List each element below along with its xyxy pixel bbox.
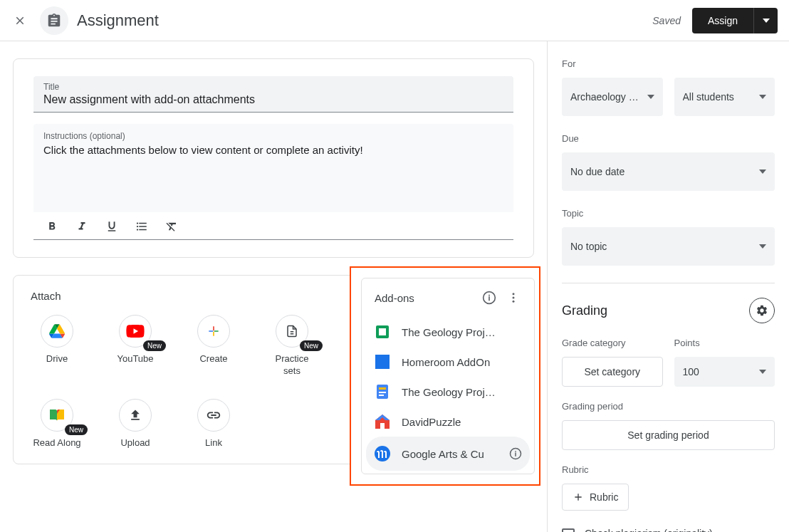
addon-icon: [375, 324, 390, 340]
caret-down-icon: [759, 169, 766, 174]
left-column: Title New assignment with add-on attachm…: [0, 41, 547, 532]
attach-practice-sets[interactable]: New Practice sets: [266, 315, 318, 377]
list-icon: [135, 220, 148, 233]
plagiarism-label: Check plagiarism (originality): [585, 528, 713, 532]
attach-label: Upload: [120, 437, 150, 449]
book-icon: [48, 408, 66, 422]
dropdown-value: All students: [683, 91, 734, 103]
close-icon: [14, 14, 26, 27]
bold-button[interactable]: [43, 218, 61, 235]
addon-icon: [375, 414, 390, 429]
dropdown-value: 100: [683, 366, 699, 377]
attach-grid: Drive New YouTube Create New Practic: [31, 315, 330, 449]
link-icon: [206, 411, 221, 419]
svg-point-0: [513, 293, 515, 295]
dropdown-value: Archaeology …: [570, 91, 639, 103]
caret-down-icon: [759, 244, 766, 249]
addons-more-button[interactable]: [501, 286, 526, 310]
saved-status: Saved: [652, 15, 681, 26]
attach-label: YouTube: [117, 353, 153, 365]
addons-heading: Add-ons: [375, 292, 477, 304]
class-dropdown[interactable]: Archaeology …: [562, 78, 663, 116]
addon-item[interactable]: The Geology Proj…: [362, 377, 534, 407]
svg-rect-5: [375, 355, 390, 369]
addon-name: Google Arts & Cu: [402, 448, 494, 460]
points-label: Points: [674, 338, 775, 348]
youtube-icon: [126, 325, 145, 338]
addon-name: The Geology Proj…: [402, 326, 526, 338]
dropdown-value: No topic: [570, 241, 607, 252]
instructions-value: Click the attachments below to view cont…: [43, 144, 503, 212]
gear-icon: [756, 304, 768, 317]
underline-button[interactable]: [103, 218, 120, 235]
set-category-button[interactable]: Set category: [562, 357, 663, 387]
assignment-details-card: Title New assignment with add-on attachm…: [13, 58, 534, 258]
attach-link[interactable]: Link: [187, 399, 240, 449]
due-date-dropdown[interactable]: No due date: [562, 152, 775, 191]
addon-name: The Geology Proj…: [402, 386, 526, 398]
caret-down-icon: [759, 370, 766, 374]
attach-label: Create: [199, 353, 227, 365]
right-sidebar: For Archaeology … All students Due No du…: [547, 41, 789, 532]
assign-button[interactable]: Assign: [692, 8, 753, 33]
plagiarism-checkbox[interactable]: [562, 528, 575, 532]
addons-header: Add-ons: [362, 278, 534, 314]
dropdown-value: No due date: [570, 166, 625, 177]
addon-item[interactable]: DavidPuzzle: [362, 407, 534, 437]
svg-point-1: [513, 297, 515, 299]
attach-label: Read Along: [33, 437, 80, 449]
svg-rect-9: [379, 395, 384, 396]
assign-dropdown-button[interactable]: [753, 8, 778, 33]
instructions-field[interactable]: Instructions (optional) Click the attach…: [33, 124, 513, 212]
grading-heading: Grading: [562, 303, 607, 318]
document-icon: [286, 323, 298, 339]
addons-list[interactable]: The Geology Proj… Homeroom AddOn The Geo…: [362, 314, 534, 474]
addon-name: Homeroom AddOn: [402, 356, 526, 368]
attach-label: Link: [205, 437, 222, 449]
italic-button[interactable]: [73, 218, 90, 235]
underline-icon: [105, 220, 118, 233]
upload-icon: [128, 408, 142, 422]
clear-format-button[interactable]: [163, 218, 180, 235]
attach-youtube[interactable]: New YouTube: [109, 315, 162, 377]
attach-card: Attach Drive New YouTube Create: [13, 275, 534, 464]
set-grading-period-button[interactable]: Set grading period: [562, 420, 775, 450]
add-rubric-button[interactable]: Rubric: [562, 484, 629, 511]
assign-button-group: Assign: [692, 8, 778, 33]
rubric-label: Rubric: [562, 464, 775, 475]
assignment-icon: [40, 6, 68, 35]
format-toolbar: [33, 212, 513, 240]
svg-rect-4: [379, 328, 386, 335]
grading-header: Grading: [562, 283, 775, 323]
plus-icon: [573, 491, 584, 503]
title-label: Title: [43, 82, 503, 92]
svg-rect-7: [379, 387, 386, 390]
topic-label: Topic: [562, 208, 775, 219]
addon-icon: [375, 446, 390, 461]
attach-read-along[interactable]: New Read Along: [31, 399, 83, 449]
drive-icon: [49, 324, 65, 338]
title-field[interactable]: Title New assignment with add-on attachm…: [33, 76, 513, 113]
students-dropdown[interactable]: All students: [674, 78, 775, 116]
addons-info-button[interactable]: [477, 286, 501, 310]
attach-upload[interactable]: Upload: [109, 399, 162, 449]
addon-item[interactable]: Homeroom AddOn: [362, 347, 534, 377]
addon-info-button[interactable]: [506, 444, 526, 464]
new-badge: New: [143, 340, 166, 351]
topic-dropdown[interactable]: No topic: [562, 227, 775, 266]
bullet-list-button[interactable]: [133, 218, 150, 235]
points-dropdown[interactable]: 100: [674, 357, 775, 387]
app-header: Assignment Saved Assign: [0, 0, 789, 41]
attach-label: Practice sets: [266, 353, 318, 377]
italic-icon: [75, 220, 88, 233]
clear-format-icon: [165, 220, 178, 233]
rubric-button-label: Rubric: [590, 491, 618, 503]
grading-settings-button[interactable]: [749, 298, 775, 323]
addons-highlight: Add-ons The Geology Proj…: [350, 266, 540, 486]
attach-create[interactable]: Create: [187, 315, 240, 377]
grade-category-label: Grade category: [562, 338, 663, 348]
attach-drive[interactable]: Drive: [31, 315, 83, 377]
close-button[interactable]: [11, 12, 28, 29]
addon-item-hovered[interactable]: Google Arts & Cu: [366, 437, 530, 471]
addon-item[interactable]: The Geology Proj…: [362, 317, 534, 347]
